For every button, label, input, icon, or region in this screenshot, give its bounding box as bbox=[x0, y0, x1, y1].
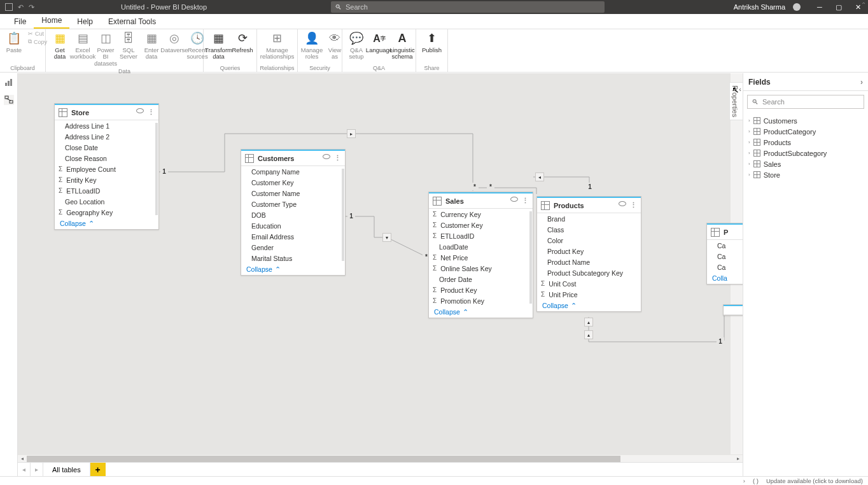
field-row[interactable]: Product Key bbox=[537, 246, 641, 257]
visibility-icon[interactable] bbox=[136, 108, 144, 113]
save-icon[interactable] bbox=[5, 3, 13, 11]
tab-all-tables[interactable]: All tables bbox=[43, 463, 90, 476]
undo-icon[interactable]: ↶ bbox=[18, 3, 24, 11]
table-card-sales[interactable]: Sales ⋮ ΣCurrency Key ΣCustomer Key ΣETL… bbox=[428, 192, 533, 318]
field-row[interactable]: Customer Name bbox=[241, 188, 345, 199]
table-card-partial[interactable]: P Ca Ca Ca Colla bbox=[706, 223, 743, 285]
menu-external-tools[interactable]: External Tools bbox=[101, 15, 164, 29]
field-row[interactable]: ΣETLLoadID bbox=[429, 230, 533, 241]
scroll-left-button[interactable]: ◂ bbox=[18, 455, 27, 463]
field-row[interactable]: Product Subcategory Key bbox=[537, 267, 641, 278]
global-search[interactable]: 🔍︎ Search bbox=[331, 1, 605, 13]
tab-next-button[interactable]: ▸ bbox=[31, 463, 43, 476]
field-row[interactable]: ΣPromotion Key bbox=[429, 295, 533, 306]
report-view-icon[interactable] bbox=[4, 77, 14, 87]
field-row[interactable]: ΣOnline Sales Key bbox=[429, 263, 533, 274]
field-row[interactable]: Company Name bbox=[241, 166, 345, 177]
field-row[interactable]: ΣEntity Key bbox=[55, 174, 158, 185]
table-card-products[interactable]: Products ⋮ Brand Class Color Product Key… bbox=[536, 196, 641, 312]
field-row[interactable]: Ca bbox=[707, 262, 743, 272]
field-row[interactable]: ΣUnit Cost bbox=[537, 278, 641, 289]
paste-button[interactable]: 📋 Paste bbox=[4, 31, 24, 55]
qa-setup-button[interactable]: 💬Q&A setup bbox=[346, 31, 367, 62]
properties-pane-toggle[interactable]: ‹ Properties bbox=[729, 82, 743, 120]
fields-item-customers[interactable]: ›Customers bbox=[743, 115, 868, 126]
visibility-icon[interactable] bbox=[510, 197, 518, 202]
status-update[interactable]: Update available (click to download) bbox=[766, 477, 863, 484]
scroll-thumb[interactable] bbox=[27, 456, 620, 462]
cut-button[interactable]: ✂Cut bbox=[28, 31, 44, 37]
ribbon-collapse-button[interactable]: ⌃ bbox=[859, 0, 868, 9]
field-row[interactable]: Color bbox=[537, 235, 641, 246]
collapse-button[interactable]: Collapse⌃ bbox=[429, 306, 533, 318]
field-row[interactable]: Close Reason bbox=[55, 153, 158, 164]
redo-icon[interactable]: ↷ bbox=[29, 3, 34, 11]
field-row[interactable]: Address Line 2 bbox=[55, 131, 158, 142]
copy-button[interactable]: ⧉Copy bbox=[28, 38, 47, 45]
fields-item-products[interactable]: ›Products bbox=[743, 137, 868, 148]
field-row[interactable]: Product Name bbox=[537, 257, 641, 267]
maximize-button[interactable]: ▢ bbox=[835, 3, 843, 11]
excel-workbook-button[interactable]: ▤Excel workbook bbox=[73, 31, 93, 62]
manage-roles-button[interactable]: 👤Manage roles bbox=[302, 31, 322, 62]
fields-item-productcategory[interactable]: ›ProductCategory bbox=[743, 126, 868, 137]
field-row[interactable]: Ca bbox=[707, 251, 743, 262]
field-row[interactable]: Customer Type bbox=[241, 199, 345, 209]
field-row[interactable]: LoadDate bbox=[429, 241, 533, 252]
field-row[interactable]: Class bbox=[537, 224, 641, 235]
field-row[interactable]: ΣNet Price bbox=[429, 252, 533, 263]
collapse-button[interactable]: Colla bbox=[707, 272, 743, 284]
add-tab-button[interactable]: + bbox=[90, 463, 106, 476]
field-row[interactable]: ΣEmployee Count bbox=[55, 164, 158, 174]
fields-search-input[interactable]: 🔍︎ Search bbox=[747, 95, 864, 109]
chevron-right-icon[interactable]: › bbox=[860, 78, 863, 87]
visibility-icon[interactable] bbox=[619, 201, 626, 206]
filter-direction-icon[interactable]: ▴ bbox=[584, 330, 593, 339]
dataverse-button[interactable]: ◎Dataverse bbox=[164, 31, 185, 55]
field-row[interactable]: ΣUnit Price bbox=[537, 289, 641, 300]
field-row[interactable]: Customer Key bbox=[241, 177, 345, 188]
field-row[interactable]: Address Line 1 bbox=[55, 120, 158, 131]
more-icon[interactable]: ⋮ bbox=[148, 108, 155, 116]
field-row[interactable]: ΣGeography Key bbox=[55, 207, 158, 218]
table-card-customers[interactable]: Customers ⋮ Company Name Customer Key Cu… bbox=[241, 149, 346, 276]
fields-item-productsubcategory[interactable]: ›ProductSubcategory bbox=[743, 148, 868, 158]
field-row[interactable]: ΣCustomer Key bbox=[429, 220, 533, 230]
sql-server-button[interactable]: 🗄SQL Server bbox=[118, 31, 139, 62]
more-icon[interactable]: ⋮ bbox=[522, 197, 529, 205]
collapse-button[interactable]: Collapse⌃ bbox=[537, 300, 641, 311]
fields-item-sales[interactable]: ›Sales bbox=[743, 158, 868, 169]
field-row[interactable]: Marital Status bbox=[241, 253, 345, 264]
field-row[interactable]: ΣETLLoadID bbox=[55, 185, 158, 196]
table-card-store[interactable]: Store ⋮ Address Line 1 Address Line 2 Cl… bbox=[54, 103, 159, 230]
field-row[interactable]: Brand bbox=[537, 213, 641, 224]
field-row[interactable]: Gender bbox=[241, 242, 345, 253]
refresh-button[interactable]: ⟳Refresh bbox=[232, 31, 253, 55]
enter-data-button[interactable]: ▦Enter data bbox=[141, 31, 162, 62]
user-name[interactable]: Antriksh Sharma bbox=[734, 3, 785, 11]
table-card-partial-2[interactable] bbox=[723, 304, 743, 316]
scrollbar[interactable] bbox=[529, 211, 532, 304]
filter-direction-icon[interactable]: ▴ bbox=[584, 318, 593, 327]
filter-direction-icon[interactable]: ◂ bbox=[535, 172, 544, 181]
collapse-button[interactable]: Collapse⌃ bbox=[241, 264, 345, 275]
field-row[interactable]: DOB bbox=[241, 209, 345, 220]
field-row[interactable]: Education bbox=[241, 220, 345, 231]
user-avatar[interactable] bbox=[793, 3, 801, 11]
field-row[interactable]: Order Date bbox=[429, 274, 533, 285]
field-row[interactable]: Email Address bbox=[241, 231, 345, 242]
field-row[interactable]: Geo Location bbox=[55, 196, 158, 207]
filter-direction-icon[interactable]: ▸ bbox=[347, 129, 356, 138]
menu-help[interactable]: Help bbox=[69, 15, 101, 29]
field-row[interactable]: ΣCurrency Key bbox=[429, 209, 533, 220]
tab-prev-button[interactable]: ◂ bbox=[18, 463, 31, 476]
get-data-button[interactable]: ▦Get data bbox=[50, 31, 70, 62]
visibility-icon[interactable] bbox=[323, 154, 330, 159]
transform-data-button[interactable]: ▦Transform data bbox=[207, 31, 230, 62]
scrollbar[interactable] bbox=[155, 123, 158, 215]
more-icon[interactable]: ⋮ bbox=[630, 201, 637, 209]
menu-home[interactable]: Home bbox=[34, 13, 69, 29]
menu-file[interactable]: File bbox=[6, 15, 34, 29]
more-icon[interactable]: ⋮ bbox=[334, 154, 341, 162]
field-row[interactable]: Close Date bbox=[55, 142, 158, 153]
